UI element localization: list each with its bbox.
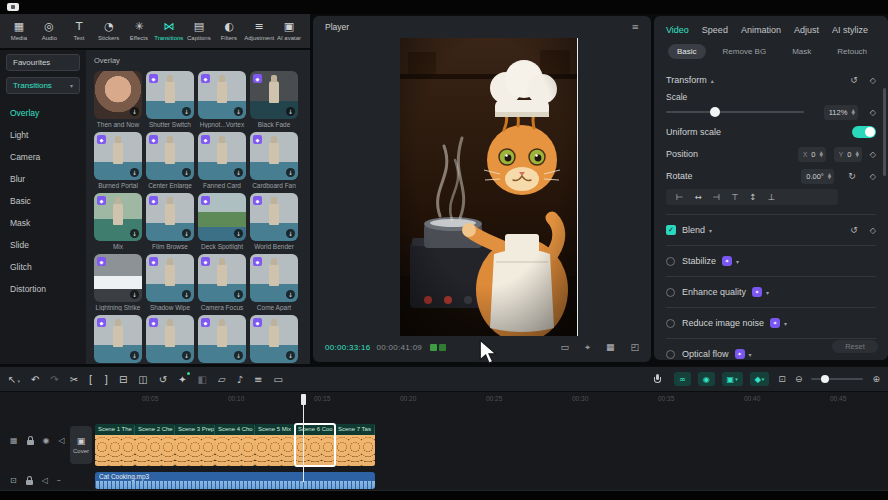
player-settings-icon[interactable]: ≡ xyxy=(631,22,639,32)
split-button[interactable]: ✂ xyxy=(70,374,78,385)
subtab-remove-bg[interactable]: Remove BG xyxy=(714,44,776,59)
link-toggle[interactable]: ∞ xyxy=(674,372,691,386)
transition-card[interactable]: ◆↓Lightning Strike xyxy=(94,254,142,311)
adjust-tool-button[interactable]: ≡ xyxy=(254,374,262,385)
transition-card[interactable]: ↓Then and Now xyxy=(94,71,142,128)
mirror-preview-icon[interactable]: ⌖ xyxy=(585,342,590,353)
mute-icon[interactable]: ◁ xyxy=(42,476,48,485)
topbar-item-stickers[interactable]: ◔Stickers xyxy=(94,21,124,41)
download-icon[interactable]: ↓ xyxy=(234,290,243,299)
transition-thumbnail[interactable]: ◆↓ xyxy=(94,193,142,241)
download-icon[interactable]: ↓ xyxy=(182,351,191,360)
transition-thumbnail[interactable]: ◆↓ xyxy=(198,193,246,241)
lock-icon[interactable] xyxy=(27,440,34,445)
cover-button[interactable]: ▣ Cover xyxy=(70,426,92,464)
transition-thumbnail[interactable]: ◆↓ xyxy=(250,71,298,119)
topbar-item-ai-avatar[interactable]: ▣AI avatar xyxy=(274,21,304,41)
transition-thumbnail[interactable]: ◆↓ xyxy=(198,254,246,302)
transition-card[interactable]: ◆↓Center Enlarge xyxy=(146,132,194,189)
blend-checkbox[interactable]: ✓ xyxy=(666,225,676,235)
download-icon[interactable]: ↓ xyxy=(286,168,295,177)
sidebar-item-slide[interactable]: Slide xyxy=(6,234,80,256)
keyframe-icon[interactable]: ◇ xyxy=(870,108,876,117)
select-tool-button[interactable]: ↖▾ xyxy=(8,374,20,385)
playhead-line[interactable] xyxy=(303,394,304,482)
hide-icon[interactable]: ◉ xyxy=(43,436,50,445)
download-icon[interactable]: ↓ xyxy=(286,351,295,360)
transition-card[interactable]: ◆↓ xyxy=(94,315,142,363)
transition-thumbnail[interactable]: ◆↓ xyxy=(250,254,298,302)
timeline-clip[interactable]: Scene 5 Mix xyxy=(255,424,295,466)
timeline-zoom-slider[interactable] xyxy=(811,378,863,380)
duplicate-button[interactable]: ◫ xyxy=(138,374,147,385)
magnet-toggle[interactable]: ◉ xyxy=(698,372,715,386)
fullscreen-icon[interactable]: ◰ xyxy=(630,342,639,353)
zoom-out-icon[interactable]: ⊖ xyxy=(795,374,803,384)
keyframe-icon[interactable]: ◇ xyxy=(870,172,876,181)
transition-thumbnail[interactable]: ◆↓ xyxy=(198,132,246,180)
sidebar-item-blur[interactable]: Blur xyxy=(6,168,80,190)
rotate-90-icon[interactable]: ↻ xyxy=(848,171,856,181)
category-dropdown[interactable]: Transitions ▾ xyxy=(6,77,80,94)
transition-card[interactable]: ◆↓Mix xyxy=(94,193,142,250)
topbar-item-effects[interactable]: ✳Effects xyxy=(124,21,154,41)
topbar-item-text[interactable]: TText xyxy=(64,21,94,41)
download-icon[interactable]: ↓ xyxy=(182,168,191,177)
stepper-icon[interactable]: ▲▼ xyxy=(828,173,831,180)
timeline-clip[interactable]: Scene 2 Che xyxy=(135,424,175,466)
transition-thumbnail[interactable]: ◆↓ xyxy=(198,315,246,363)
optical-flow-checkbox[interactable] xyxy=(666,350,675,359)
rotate-value-box[interactable]: 0.00° ▲▼ xyxy=(801,169,834,184)
timeline-clip[interactable]: Scene 1 The S xyxy=(95,424,135,466)
tab-video[interactable]: Video xyxy=(666,25,689,35)
transition-card[interactable]: ◆↓ xyxy=(198,315,246,363)
align-right-icon[interactable]: ⊣ xyxy=(713,192,720,202)
download-icon[interactable]: ↓ xyxy=(286,290,295,299)
chevron-up-icon[interactable]: ▴ xyxy=(711,77,714,84)
topbar-item-adjustment[interactable]: ≡Adjustment xyxy=(244,21,274,41)
transition-thumbnail[interactable]: ◆↓ xyxy=(94,254,142,302)
mute-icon[interactable]: ◁ xyxy=(59,436,65,445)
download-icon[interactable]: ↓ xyxy=(234,168,243,177)
tab-speed[interactable]: Speed xyxy=(702,25,728,35)
transition-card[interactable]: ◆↓Film Browse xyxy=(146,193,194,250)
playhead-handle[interactable] xyxy=(301,394,306,405)
record-icon[interactable]: ⊡ xyxy=(10,476,17,485)
display-mode-button[interactable]: ▭ xyxy=(273,374,282,385)
transition-thumbnail[interactable]: ◆↓ xyxy=(250,132,298,180)
zoom-in-icon[interactable]: ⊕ xyxy=(872,374,880,384)
reset-button[interactable]: Reset xyxy=(832,340,878,353)
download-icon[interactable]: ↓ xyxy=(182,107,191,116)
scale-value-box[interactable]: 112% ▲▼ xyxy=(824,105,858,120)
microphone-button[interactable] xyxy=(654,374,661,384)
transition-card[interactable]: ◆↓Come Apart xyxy=(250,254,298,311)
transition-card[interactable]: ◆↓Camera Focus xyxy=(198,254,246,311)
align-center-icon[interactable]: ↔ xyxy=(694,192,701,202)
scrollbar[interactable] xyxy=(883,88,886,176)
topbar-item-captions[interactable]: ▤Captions xyxy=(184,21,214,41)
transition-card[interactable]: ◆↓Burned Portal xyxy=(94,132,142,189)
transition-thumbnail[interactable]: ◆↓ xyxy=(198,71,246,119)
topbar-item-audio[interactable]: ◎Audio xyxy=(34,21,64,41)
uniform-scale-toggle[interactable] xyxy=(852,126,876,138)
align-top-icon[interactable]: ⊤ xyxy=(731,192,738,202)
download-icon[interactable]: ↓ xyxy=(130,107,139,116)
reset-icon[interactable]: ↺ xyxy=(850,225,858,235)
audio-clip[interactable]: Cat Cooking.mp3 xyxy=(95,472,375,489)
sidebar-item-light[interactable]: Light xyxy=(6,124,80,146)
stepper-icon[interactable]: ▲▼ xyxy=(855,151,858,158)
trim-right-button[interactable]: ] xyxy=(104,374,108,385)
timeline-clip[interactable]: Scene 7 Tas xyxy=(335,424,375,466)
chevron-down-icon[interactable]: ▾ xyxy=(709,227,712,234)
download-icon[interactable]: ↓ xyxy=(182,229,191,238)
transition-card[interactable]: ◆↓Shutter Switch xyxy=(146,71,194,128)
transition-card[interactable]: ◆↓Shadow Wipe xyxy=(146,254,194,311)
trim-left-button[interactable]: [ xyxy=(89,374,93,385)
transition-thumbnail[interactable]: ◆↓ xyxy=(250,315,298,363)
download-icon[interactable]: ↓ xyxy=(130,351,139,360)
keyframe-toggle[interactable]: ◆ ▾ xyxy=(750,372,770,386)
transition-thumbnail[interactable]: ◆↓ xyxy=(146,315,194,363)
sidebar-item-basic[interactable]: Basic xyxy=(6,190,80,212)
stepper-icon[interactable]: ▲▼ xyxy=(819,151,822,158)
video-preview[interactable] xyxy=(400,38,577,336)
